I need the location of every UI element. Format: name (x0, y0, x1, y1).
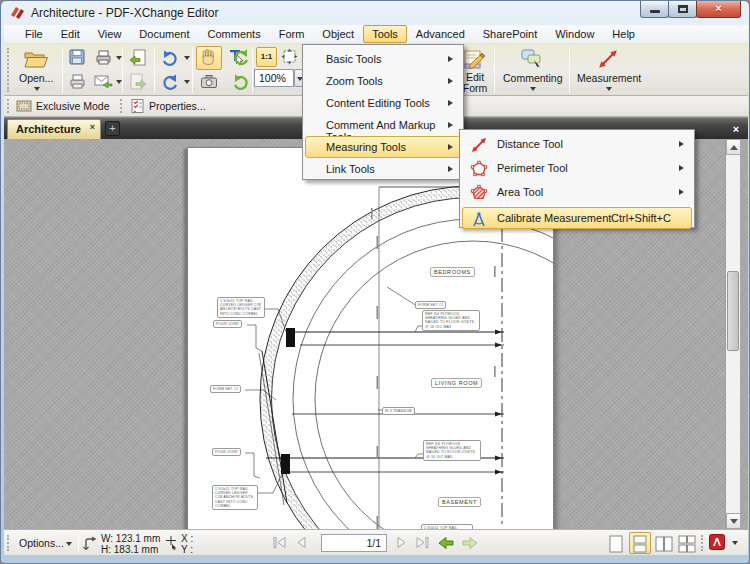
cursor-y-label: Y : (181, 544, 193, 555)
measurement-label: Measurement (577, 72, 641, 84)
redo-button[interactable] (158, 71, 182, 93)
menu-tools[interactable]: Tools (363, 25, 407, 43)
open-button[interactable]: Open... (13, 46, 59, 93)
toolbar-grip[interactable] (120, 99, 123, 113)
statusbar-grip[interactable] (701, 535, 704, 551)
menu-help[interactable]: Help (603, 25, 644, 43)
hand-tool-button[interactable] (196, 46, 222, 70)
previous-view-button[interactable] (437, 534, 456, 552)
hand-icon (199, 47, 219, 67)
scroll-up-button[interactable] (726, 139, 741, 155)
measurement-button[interactable]: Measurement (573, 45, 643, 95)
annotation-pour-joint: POUR JOINT (213, 320, 242, 328)
next-page-button[interactable] (393, 534, 410, 551)
print-button[interactable] (66, 71, 88, 93)
page-size-icon (83, 536, 97, 550)
menu-item-content-editing-tools[interactable]: Content Editing Tools (305, 92, 461, 114)
new-tab-button[interactable]: + (105, 121, 120, 136)
menu-edit[interactable]: Edit (52, 25, 89, 43)
statusbar-grip[interactable] (7, 535, 10, 551)
menu-item-area-tool[interactable]: Area Tool (462, 180, 692, 204)
menu-form[interactable]: Form (270, 25, 314, 43)
undo-dropdown-icon[interactable] (184, 56, 190, 60)
last-page-button[interactable] (413, 534, 430, 551)
export-document-button[interactable] (126, 71, 150, 93)
page-number-input[interactable]: 1/1 (321, 534, 387, 552)
commenting-button[interactable]: Commenting (498, 45, 566, 95)
snapshot-button[interactable] (196, 71, 222, 95)
menu-window[interactable]: Window (546, 25, 603, 43)
exclusive-mode-button[interactable]: Exclusive Mode (13, 97, 113, 115)
zoom-level-input[interactable]: 100% (254, 69, 294, 87)
single-page-icon (609, 535, 623, 553)
minimize-icon (650, 10, 660, 13)
open-in-adobe-button[interactable] (707, 533, 727, 553)
calibrate-measurement-icon (470, 211, 488, 229)
rotate-ccw-button[interactable] (230, 46, 252, 70)
first-page-button[interactable] (272, 534, 289, 551)
two-page-continuous-layout-button[interactable] (676, 532, 698, 554)
menu-item-measuring-tools[interactable]: Measuring Tools (305, 136, 461, 158)
print-setup-button[interactable] (92, 47, 114, 69)
open-dropdown-icon (34, 87, 40, 91)
submenu-arrow-icon (448, 166, 453, 172)
scrollbar-thumb[interactable] (727, 271, 739, 351)
scroll-down-button[interactable] (726, 513, 741, 529)
menu-item-label: Calibrate Measurement (497, 212, 611, 224)
redo-dropdown-icon[interactable] (184, 80, 190, 84)
submenu-arrow-icon (448, 144, 453, 150)
vertical-scrollbar[interactable] (725, 139, 740, 529)
app-logo-icon (10, 5, 26, 21)
menu-sharepoint[interactable]: SharePoint (474, 25, 546, 43)
fit-page-icon (281, 48, 298, 65)
save-button[interactable] (66, 47, 88, 69)
menu-file[interactable]: File (16, 25, 52, 43)
menu-item-distance-tool[interactable]: Distance Tool (462, 132, 692, 156)
menu-view[interactable]: View (89, 25, 131, 43)
menu-item-link-tools[interactable]: Link Tools (305, 158, 461, 180)
page-grid-icon (678, 535, 696, 553)
menu-bar: File Edit View Document Comments Form Ob… (4, 25, 748, 44)
close-document-button[interactable]: × (728, 121, 744, 137)
import-document-button[interactable] (126, 47, 150, 69)
menu-item-basic-tools[interactable]: Basic Tools (305, 48, 461, 70)
actual-size-button[interactable]: 1:1 (256, 47, 277, 67)
menu-item-calibrate-measurement[interactable]: Calibrate Measurement Ctrl+Shift+C (462, 207, 692, 229)
menu-object[interactable]: Object (313, 25, 363, 43)
close-icon: × (697, 2, 740, 14)
menu-item-label: Content Editing Tools (326, 97, 430, 109)
submenu-arrow-icon (679, 141, 684, 147)
wall-stipple-band (266, 192, 554, 529)
annotation-form-set: FORM SET #1 (415, 301, 446, 309)
submenu-arrow-icon (448, 122, 453, 128)
single-page-layout-button[interactable] (605, 532, 627, 554)
annotation-note: REF 3/4 PLYWOOD SHEATHING GLUED AND NAIL… (423, 440, 481, 461)
menu-item-label: Perimeter Tool (497, 162, 568, 174)
rotate-cw-button[interactable] (230, 71, 252, 95)
continuous-layout-button[interactable] (629, 532, 651, 554)
menu-item-shortcut: Ctrl+Shift+C (611, 212, 671, 224)
toolbar-grip[interactable] (7, 48, 10, 92)
menu-item-zoom-tools[interactable]: Zoom Tools (305, 70, 461, 92)
menu-document[interactable]: Document (130, 25, 198, 43)
close-button[interactable]: × (696, 1, 741, 18)
toolbar-grip[interactable] (7, 99, 10, 113)
menu-item-comment-markup-tools[interactable]: Comment And Markup Tools (305, 114, 461, 136)
email-button[interactable] (92, 71, 114, 93)
maximize-button[interactable] (668, 1, 697, 18)
tab-architecture[interactable]: Architecture × (7, 119, 101, 140)
tab-close-icon[interactable]: × (90, 122, 95, 132)
minimize-button[interactable] (640, 1, 669, 18)
menu-comments[interactable]: Comments (199, 25, 270, 43)
menu-item-perimeter-tool[interactable]: Perimeter Tool (462, 156, 692, 180)
previous-page-button[interactable] (293, 534, 310, 551)
options-button[interactable]: Options... (14, 533, 74, 552)
measuring-tools-submenu: Distance Tool Perimeter Tool (459, 129, 695, 228)
fit-page-button[interactable] (279, 47, 300, 67)
adobe-dropdown-icon[interactable] (732, 541, 738, 545)
properties-button[interactable]: Properties... (126, 97, 212, 115)
undo-button[interactable] (158, 47, 182, 69)
two-page-layout-button[interactable] (653, 532, 675, 554)
next-view-button[interactable] (460, 534, 479, 552)
menu-advanced[interactable]: Advanced (407, 25, 474, 43)
